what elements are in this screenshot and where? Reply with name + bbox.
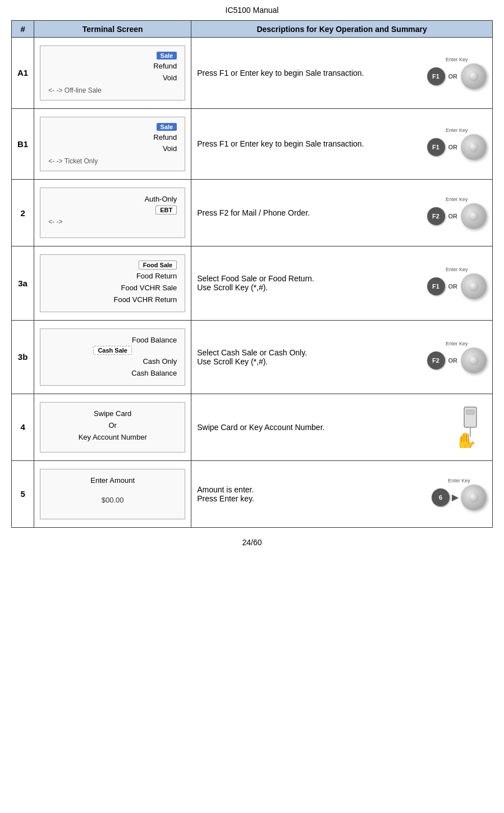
menu-item: Enter Amount bbox=[48, 475, 177, 487]
fkey-enter-group: Enter KeyF1OR bbox=[427, 57, 487, 89]
menu-item: Void bbox=[48, 72, 177, 84]
sale-badge: Sale bbox=[157, 52, 177, 60]
key-icon-wrap: Enter Key6▶ bbox=[432, 478, 487, 510]
fkey-enter-group: Enter KeyF1OR bbox=[427, 267, 487, 299]
enter-key-label: Enter Key bbox=[446, 197, 468, 202]
screen-box: Food BalanceCash SaleCash OnlyCash Balan… bbox=[40, 328, 185, 386]
desc-cell: Press F2 for Mail / Phone Order.Enter Ke… bbox=[191, 180, 493, 246]
ebt-badge: EBT bbox=[155, 205, 177, 214]
row-number: A1 bbox=[12, 38, 34, 109]
screen-box: SaleRefundVoid<- -> Ticket Only bbox=[40, 117, 185, 172]
table-row: 3aFood SaleFood ReturnFood VCHR SaleFood… bbox=[12, 246, 493, 320]
enter-key-button[interactable] bbox=[461, 63, 487, 89]
enter-key-label: Enter Key bbox=[446, 267, 468, 272]
table-row: 3bFood BalanceCash SaleCash OnlyCash Bal… bbox=[12, 320, 493, 394]
menu-item: Auth-Only bbox=[48, 194, 177, 205]
menu-item: Key Account Number bbox=[48, 432, 177, 444]
page-footer: 24/60 bbox=[11, 538, 493, 547]
desc-wrap: Select Cash Sale or Cash Only. Use Scrol… bbox=[197, 341, 487, 373]
row-number: B1 bbox=[12, 108, 34, 180]
enter-key-button[interactable] bbox=[461, 134, 487, 160]
enter-key-label: Enter Key bbox=[446, 341, 468, 346]
row-number: 2 bbox=[12, 180, 34, 246]
screen-cell: Food BalanceCash SaleCash OnlyCash Balan… bbox=[34, 320, 191, 394]
enter-key-button[interactable] bbox=[461, 485, 487, 510]
num-key-button[interactable]: 6 bbox=[432, 488, 450, 506]
desc-text: Select Food Sale or Food Return. Use Scr… bbox=[197, 274, 416, 292]
enter-key-label: Enter Key bbox=[446, 127, 468, 133]
nav-row: <- -> Ticket Only bbox=[48, 157, 177, 165]
screen-box: Enter Amount$00.00 bbox=[40, 469, 185, 519]
screen-cell: SaleRefundVoid<- -> Ticket Only bbox=[34, 108, 191, 180]
row-number: 3a bbox=[12, 246, 34, 320]
desc-cell: Select Cash Sale or Cash Only. Use Scrol… bbox=[191, 320, 493, 394]
svg-rect-1 bbox=[466, 410, 474, 414]
header-desc: Descriptions for Key Operation and Summa… bbox=[191, 21, 493, 38]
menu-item: Swipe Card bbox=[48, 408, 177, 420]
f-key-button[interactable]: F1 bbox=[427, 277, 445, 295]
desc-text: Press F1 or Enter key to begin Sale tran… bbox=[197, 139, 416, 148]
f-key-button[interactable]: F2 bbox=[427, 351, 445, 369]
desc-wrap: Select Food Sale or Food Return. Use Scr… bbox=[197, 267, 487, 299]
food-sale-badge: Food Sale bbox=[139, 261, 177, 270]
screen-cell: SaleRefundVoid<- -> Off-line Sale bbox=[34, 38, 191, 109]
desc-wrap: Press F1 or Enter key to begin Sale tran… bbox=[197, 127, 487, 160]
key-icon-wrap: Enter KeyF1OR bbox=[427, 57, 487, 89]
screen-cell: Enter Amount$00.00 bbox=[34, 460, 191, 527]
table-row: 5Enter Amount$00.00Amount is enter. Pres… bbox=[12, 460, 493, 527]
screen-box: Food SaleFood ReturnFood VCHR SaleFood V… bbox=[40, 254, 185, 312]
nav-row: <- -> bbox=[48, 218, 177, 226]
desc-text: Amount is enter. Press Enter key. bbox=[197, 485, 421, 503]
menu-item: Food Balance bbox=[48, 335, 177, 346]
menu-item: Food VCHR Sale bbox=[48, 282, 177, 294]
main-table: # Terminal Screen Descriptions for Key O… bbox=[11, 20, 493, 528]
row-number: 5 bbox=[12, 460, 34, 527]
screen-cell: Swipe CardOrKey Account Number bbox=[34, 394, 191, 460]
desc-text: Press F2 for Mail / Phone Order. bbox=[197, 208, 416, 217]
menu-item: $00.00 bbox=[48, 495, 177, 506]
desc-cell: Swipe Card or Key Account Number. ✋ bbox=[191, 394, 493, 460]
card-swipe-icon: ✋ bbox=[453, 406, 487, 448]
screen-box: Auth-OnlyEBT<- -> bbox=[40, 188, 185, 238]
key-icon-wrap: Enter KeyF2OR bbox=[427, 197, 487, 229]
or-text: OR bbox=[448, 73, 458, 80]
menu-item: Cash Balance bbox=[48, 368, 177, 380]
sale-badge: Sale bbox=[157, 123, 177, 131]
row-number: 4 bbox=[12, 394, 34, 460]
row-number: 3b bbox=[12, 320, 34, 394]
enter-key-button[interactable] bbox=[461, 273, 487, 299]
key-icon-wrap: ✋ bbox=[453, 406, 487, 448]
fkey-enter-group: Enter KeyF2OR bbox=[427, 197, 487, 229]
key-icon-wrap: Enter KeyF2OR bbox=[427, 341, 487, 373]
desc-wrap: Swipe Card or Key Account Number. ✋ bbox=[197, 406, 487, 448]
desc-text: Select Cash Sale or Cash Only. Use Scrol… bbox=[197, 348, 416, 366]
or-text: OR bbox=[448, 357, 458, 364]
menu-item: Food Return bbox=[48, 271, 177, 282]
enter-key-label: Enter Key bbox=[446, 57, 468, 62]
svg-text:✋: ✋ bbox=[455, 431, 477, 448]
f-key-button[interactable]: F1 bbox=[427, 138, 445, 156]
header-num: # bbox=[12, 21, 34, 38]
menu-item: Void bbox=[48, 143, 177, 155]
or-text: OR bbox=[448, 144, 458, 150]
or-text: OR bbox=[448, 213, 458, 220]
screen-cell: Auth-OnlyEBT<- -> bbox=[34, 180, 191, 246]
screen-box: SaleRefundVoid<- -> Off-line Sale bbox=[40, 45, 185, 101]
fkey-enter-group: Enter KeyF2OR bbox=[427, 341, 487, 373]
table-row: 4Swipe CardOrKey Account NumberSwipe Car… bbox=[12, 394, 493, 460]
desc-cell: Press F1 or Enter key to begin Sale tran… bbox=[191, 108, 493, 180]
table-row: B1SaleRefundVoid<- -> Ticket OnlyPress F… bbox=[12, 108, 493, 180]
table-row: A1SaleRefundVoid<- -> Off-line SalePress… bbox=[12, 38, 493, 109]
table-row: 2Auth-OnlyEBT<- ->Press F2 for Mail / Ph… bbox=[12, 180, 493, 246]
key-icon-wrap: Enter KeyF1OR bbox=[427, 267, 487, 299]
enter-key-button[interactable] bbox=[461, 203, 487, 229]
desc-text: Swipe Card or Key Account Number. bbox=[197, 423, 443, 432]
nav-row: <- -> Off-line Sale bbox=[48, 86, 177, 94]
f-key-button[interactable]: F2 bbox=[427, 207, 445, 225]
desc-wrap: Amount is enter. Press Enter key.Enter K… bbox=[197, 478, 487, 510]
f-key-button[interactable]: F1 bbox=[427, 67, 445, 85]
enter-key-group: Enter Key6▶ bbox=[432, 478, 487, 510]
enter-key-button[interactable] bbox=[461, 348, 487, 373]
fkey-enter-group: Enter KeyF1OR bbox=[427, 127, 487, 160]
arrow-icon: ▶ bbox=[452, 492, 459, 503]
